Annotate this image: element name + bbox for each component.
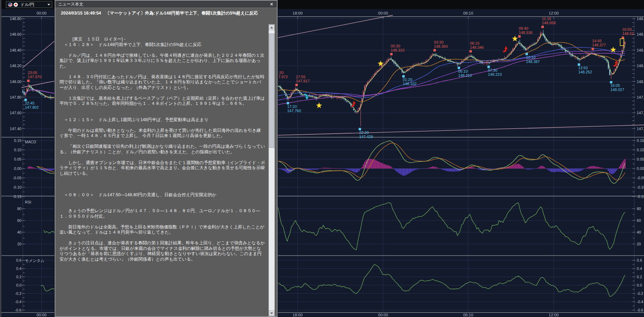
news-paragraph — [60, 235, 265, 241]
news-paragraph — [60, 69, 265, 74]
svg-text:10:10: 10:10 — [526, 55, 536, 60]
value-axis-label: -0.4 — [637, 300, 643, 304]
svg-text:147.802: 147.802 — [25, 105, 39, 109]
value-axis-label: 0.10 — [14, 148, 21, 152]
news-paragraph — [60, 47, 265, 53]
value-axis-label: 148.20 — [637, 64, 644, 68]
value-axis-label: 0.00 — [14, 166, 21, 171]
svg-text:147.429: 147.429 — [359, 135, 373, 139]
news-paragraph — [60, 90, 265, 96]
news-paragraph — [60, 198, 265, 203]
svg-text:00:30: 00:30 — [391, 44, 400, 48]
svg-text:148.102: 148.102 — [403, 82, 417, 86]
value-axis-label: 148.60 — [637, 32, 644, 36]
news-paragraph: 午前のドルは底堅い動きとなった。米金利の上昇を受けて買いが先行した前日海外の流れ… — [60, 128, 265, 139]
value-axis-label: 147.40 — [637, 127, 644, 131]
news-paragraph: [東京 １５日 ロイター] - — [60, 37, 265, 42]
value-axis-label: -0.05 — [13, 176, 21, 180]
value-axis-label: 147.60 — [10, 111, 21, 115]
value-axis-label: 0.0 — [16, 283, 21, 287]
value-axis-label: -0.4 — [15, 300, 21, 304]
value-axis-label: 148.00 — [10, 80, 21, 84]
news-paragraph: きょうの予想レンジはドル／円が１４７．５０―１４８．８０円、ユーロ／ドルが１．０… — [60, 208, 265, 219]
value-axis-label: 80 — [637, 207, 641, 211]
scrollbar-thumb[interactable] — [269, 34, 274, 148]
value-axis-label: 148.40 — [10, 48, 21, 52]
time-axis-label: 06:10 — [463, 11, 473, 15]
value-axis-label: -0.10 — [637, 185, 644, 189]
news-paragraph: １次集計では、基本給を底上げするベースアップ（ベア）と定期昇給（定昇）を合わせた… — [60, 96, 265, 107]
value-axis-label: 147.40 — [10, 127, 21, 131]
svg-text:148.223: 148.223 — [488, 72, 502, 76]
value-axis-label: -0.15 — [13, 194, 21, 199]
svg-text:17:55: 17:55 — [296, 75, 306, 79]
svg-text:148.536: 148.536 — [519, 30, 533, 35]
close-icon[interactable]: × — [269, 2, 274, 7]
news-paragraph: 前日海外のドルは全面高。予想を上回る米卸売物価指数（ＰＰＩ）で米金利が大きく上昇… — [60, 225, 265, 235]
value-axis-label: 148.60 — [10, 32, 21, 36]
value-axis-label: 0.2 — [637, 275, 642, 279]
news-popup-window: ニュース本文 × 2024/03/15 16:49:54 〔マーケットアイ〕外為… — [55, 0, 278, 317]
svg-text:148.252: 148.252 — [578, 70, 592, 74]
value-axis-label: 20 — [17, 242, 21, 246]
time-axis-label: 00:00 — [378, 11, 388, 15]
value-axis-label: 0.2 — [16, 275, 21, 279]
news-title-bar[interactable]: ニュース本文 × — [55, 1, 277, 8]
svg-text:07:30: 07:30 — [488, 68, 498, 72]
svg-text:22:20: 22:20 — [359, 130, 369, 135]
value-axis-label: 0.6 — [637, 258, 642, 262]
svg-text:147.917: 147.917 — [296, 79, 310, 83]
japan-flag-icon — [13, 2, 18, 7]
value-axis-label: 60 — [17, 218, 21, 223]
value-axis-label: 0.6 — [16, 258, 21, 262]
value-axis-label: 147.80 — [10, 95, 21, 99]
scroll-down-button[interactable] — [269, 310, 274, 316]
value-axis-label: 0.15 — [14, 138, 21, 143]
time-axis-label: 18:00 — [293, 11, 303, 15]
svg-text:16:05: 16:05 — [610, 83, 620, 88]
news-paragraph: ＜０８：００＞ ドル147.50―148.80円の見通し、日銀会合控え円安限定的… — [60, 192, 265, 198]
value-axis-label: 0.0 — [637, 283, 642, 287]
news-paragraph: １４８．３０円付近にあったドル／円は、発表直後は１４８円に接近する円高反応が先行… — [60, 74, 265, 91]
svg-text:05:10: 05:10 — [458, 69, 468, 73]
value-axis-label: 60 — [637, 218, 641, 223]
news-article-body: [東京 １５日 ロイター] - ＜１６：２８＞ ドル148円前半で上下、春闘1次… — [60, 24, 265, 316]
news-paragraph — [60, 219, 265, 225]
news-paragraph — [60, 203, 265, 209]
value-axis-label: -0.05 — [637, 176, 644, 180]
rsi-panel-title: RSI — [25, 200, 31, 204]
news-scrollbar[interactable] — [269, 24, 275, 316]
news-paragraph: ＜１２：１５＞ ドル上昇し1週間ぶり148円半ば、予想変動率は高止まり — [60, 117, 265, 123]
news-paragraph: しかし、通貨オプション市場では、日米中銀会合をまたぐ１週間物の予想変動率（インプ… — [60, 160, 265, 176]
value-axis-label: -0.2 — [15, 291, 21, 296]
triangle-down-icon — [270, 313, 273, 314]
triangle-up-icon — [270, 27, 273, 28]
value-axis-label: 80 — [17, 207, 21, 211]
svg-text:01:20: 01:20 — [403, 78, 412, 82]
time-axis-label: 12:00 — [549, 11, 559, 15]
news-paragraph: 「相次ぐ日銀関連報道で目先の利上げ観測はかなり織り込まれた。一段の円高は進みづら… — [60, 144, 265, 155]
macd-panel-title: MACD — [25, 140, 36, 144]
time-axis-label: 00:00 — [37, 11, 47, 15]
value-axis-label: 0.15 — [637, 138, 644, 143]
svg-text:148.346: 148.346 — [470, 45, 484, 49]
momentum-panel-title: モメンタム — [25, 259, 44, 263]
us-flag-icon — [8, 2, 12, 7]
time-axis-label: 06:10 — [463, 313, 473, 317]
svg-text:03:30: 03:30 — [434, 40, 444, 44]
svg-text:7.972: 7.972 — [278, 75, 288, 79]
window-left-edge — [0, 0, 1, 317]
svg-text:06:15: 06:15 — [470, 41, 480, 45]
svg-text:13:50: 13:50 — [578, 66, 588, 70]
currency-pair-selector[interactable]: ドル/円 — [6, 1, 52, 8]
svg-text::20: :20 — [278, 71, 283, 75]
svg-text:148.377: 148.377 — [592, 43, 606, 47]
scroll-up-button[interactable] — [269, 25, 274, 30]
value-axis-label: 148.20 — [10, 64, 21, 68]
time-axis-label: 18:00 — [293, 313, 303, 317]
svg-text:148.027: 148.027 — [610, 88, 624, 92]
svg-text:22:45: 22:45 — [25, 101, 35, 105]
value-axis-label: -0.6 — [637, 308, 643, 312]
svg-text:17:20: 17:20 — [287, 105, 297, 109]
value-axis-label: 0.05 — [637, 157, 644, 161]
